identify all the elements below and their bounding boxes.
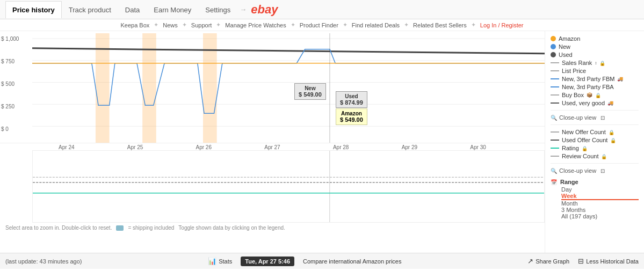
- legend-amazon[interactable]: Amazon: [551, 35, 639, 42]
- tab-earn-money[interactable]: Earn Money: [147, 1, 198, 18]
- tab-data[interactable]: Data: [118, 1, 147, 18]
- truck-icon-2: 🚚: [607, 100, 613, 106]
- rating-line: [551, 148, 559, 149]
- bottom-bar: (last update: 43 minutes ago) 📊 Stats Tu…: [0, 253, 644, 269]
- used-vg-line: [551, 102, 559, 104]
- less-data-btn[interactable]: ⊟ Less Historical Data: [578, 257, 639, 265]
- new-dot: [551, 44, 556, 49]
- subnav-login[interactable]: Log In / Register: [476, 22, 528, 28]
- lock-icon-review: [601, 153, 607, 159]
- compare-btn[interactable]: Compare international Amazon prices: [303, 258, 401, 265]
- tab-track-product[interactable]: Track product: [62, 1, 118, 18]
- tab-settings[interactable]: Settings: [198, 1, 237, 18]
- chart-area: $ 1,000 $ 750 $ 500 $ 250 $ 0: [0, 31, 545, 253]
- legend-new[interactable]: New: [551, 43, 639, 50]
- offers-y-axis: [0, 150, 32, 223]
- timestamp-badge: Tue, Apr 27 5:46: [241, 257, 294, 266]
- less-data-icon: ⊟: [578, 257, 584, 265]
- legend-new-offer-count[interactable]: New Offer Count: [551, 129, 639, 135]
- expand-icon-2: ⊡: [600, 168, 605, 174]
- legend-sales-rank[interactable]: Sales Rank ↕: [551, 60, 639, 66]
- subnav-related-deals[interactable]: Find related Deals: [348, 22, 404, 28]
- range-month[interactable]: Month: [561, 200, 639, 207]
- bottom-right-actions: ↗ Share Graph ⊟ Less Historical Data: [527, 257, 639, 265]
- bottom-bar-center: 📊 Stats Tue, Apr 27 5:46 Compare interna…: [208, 257, 401, 266]
- truck-icon: 🚚: [617, 76, 623, 82]
- subnav-product-finder[interactable]: Product Finder: [295, 22, 343, 28]
- arrow-separator: →: [240, 5, 247, 13]
- stats-btn[interactable]: 📊 Stats: [208, 257, 232, 265]
- new-fbm-line: [551, 78, 559, 79]
- range-day[interactable]: Day: [561, 186, 639, 193]
- calendar-icon: [551, 179, 557, 185]
- legend-divider-2: [551, 124, 639, 125]
- legend-new-fba[interactable]: New, 3rd Party FBA: [551, 84, 639, 90]
- legend-used-offer-count[interactable]: Used Offer Count: [551, 137, 639, 143]
- range-section: Range Day Week Month 3 Months All (197 d…: [551, 179, 639, 219]
- expand-icon: ⊡: [600, 115, 605, 121]
- share-graph-btn[interactable]: ↗ Share Graph: [527, 257, 569, 265]
- subnav-keepabox[interactable]: Keepa Box: [116, 22, 154, 28]
- x-axis: Apr 24 Apr 25 Apr 26 Apr 27 Apr 28 Apr 2…: [0, 143, 545, 150]
- top-tabs: Price history Track product Data Earn Mo…: [0, 0, 644, 19]
- lock-icon-new-offer: [609, 129, 614, 135]
- chart-footer: Select area to zoom in. Double-click to …: [0, 223, 545, 233]
- sub-nav: Keepa Box ✦ News ✦ Support ✦ Manage Pric…: [0, 19, 644, 31]
- lock-icon-rating: [582, 145, 588, 151]
- legend-new-fbm[interactable]: New, 3rd Party FBM 🚚: [551, 76, 639, 82]
- used-offer-line: [551, 140, 559, 141]
- range-week[interactable]: Week: [561, 193, 639, 200]
- box-icon: 📦: [587, 92, 592, 98]
- legend-buy-box[interactable]: Buy Box 📦: [551, 92, 639, 98]
- legend-divider-1: [551, 110, 639, 111]
- lock-icon-buybox: [595, 92, 601, 98]
- stats-icon: 📊: [208, 257, 216, 265]
- legend-panel: Amazon New Used Sales Rank ↕ List Price …: [545, 31, 644, 253]
- buy-box-line: [551, 94, 559, 96]
- search-icon-1: [551, 114, 557, 121]
- legend-used-very-good[interactable]: Used, very good 🚚: [551, 100, 639, 106]
- range-3months[interactable]: 3 Months: [561, 207, 639, 213]
- sort-icon: ↕: [595, 61, 597, 65]
- range-row: Range: [551, 179, 639, 185]
- amazon-dot: [551, 36, 556, 41]
- share-icon: ↗: [527, 257, 533, 265]
- price-chart-svg-container: New $ 549.00 Used $ 874.99 Amazon $ 549.…: [32, 33, 545, 143]
- lock-icon-salesrank: [599, 60, 605, 66]
- range-all[interactable]: All (197 days): [561, 213, 639, 219]
- offers-closeup-view-btn[interactable]: Close-up view ⊡: [551, 167, 639, 174]
- legend-divider-3: [551, 163, 639, 164]
- used-dot: [551, 52, 556, 57]
- closeup-view-btn[interactable]: Close-up view ⊡: [551, 114, 639, 121]
- legend-list-price[interactable]: List Price: [551, 68, 639, 74]
- new-offer-line: [551, 131, 559, 133]
- price-chart[interactable]: $ 1,000 $ 750 $ 500 $ 250 $ 0: [0, 33, 545, 143]
- lock-icon-used-offer: [610, 137, 616, 143]
- review-count-line: [551, 156, 559, 157]
- shipping-icon: [116, 225, 124, 231]
- new-fba-line: [551, 86, 559, 87]
- ebay-logo: ebay: [251, 3, 278, 17]
- offers-chart[interactable]: [0, 150, 545, 223]
- sales-rank-line: [551, 62, 559, 63]
- subnav-news[interactable]: News: [158, 22, 182, 28]
- tab-price-history[interactable]: Price history: [5, 1, 62, 18]
- legend-review-count[interactable]: Review Count: [551, 153, 639, 159]
- range-options: Day Week Month 3 Months All (197 days): [551, 186, 639, 219]
- list-price-line: [551, 70, 559, 71]
- y-axis: $ 1,000 $ 750 $ 500 $ 250 $ 0: [0, 33, 32, 143]
- legend-rating[interactable]: Rating: [551, 145, 639, 151]
- search-icon-2: [551, 167, 557, 174]
- subnav-support[interactable]: Support: [187, 22, 216, 28]
- subnav-manage-watches[interactable]: Manage Price Watches: [221, 22, 290, 28]
- subnav-best-sellers[interactable]: Related Best Sellers: [409, 22, 471, 28]
- main-content: $ 1,000 $ 750 $ 500 $ 250 $ 0: [0, 31, 644, 253]
- legend-used[interactable]: Used: [551, 52, 639, 58]
